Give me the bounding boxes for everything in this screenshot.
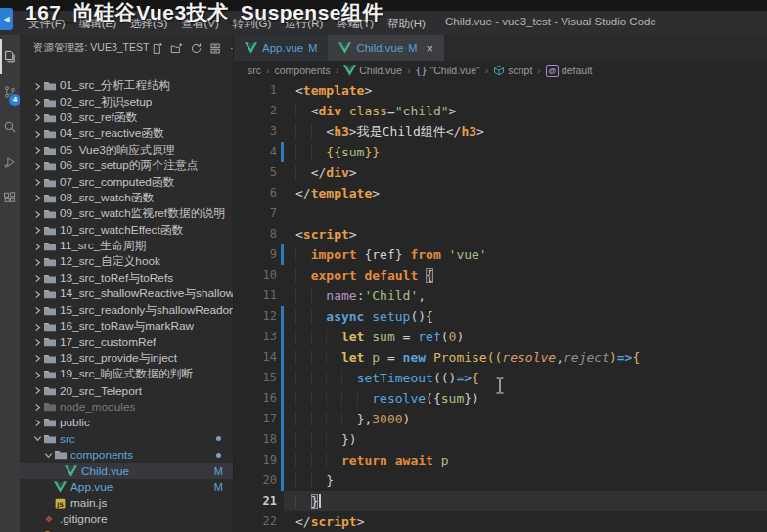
tree-item[interactable]: App.vueM: [20, 479, 233, 495]
tree-item[interactable]: node_modules: [20, 399, 233, 415]
tree-item[interactable]: 07_src_computed函数: [20, 174, 233, 190]
code-line-20[interactable]: 20 }: [234, 470, 767, 491]
git-modified-dot: [216, 436, 221, 441]
tree-item-label: 06_src_setup的两个注意点: [60, 158, 199, 174]
tree-item[interactable]: 11_src_生命周期: [20, 239, 233, 254]
tree-item[interactable]: 15_src_readonly与shallowReadonly: [20, 302, 233, 318]
line-number: 12: [234, 306, 277, 327]
code-line-14[interactable]: 14 let p = new Promise((resolve,reject)=…: [234, 347, 767, 368]
line-content: export default {: [284, 265, 767, 286]
collapse-folders-icon[interactable]: [207, 40, 223, 56]
activity-run-and-debug[interactable]: [0, 145, 20, 180]
folder-icon: [43, 256, 60, 268]
tree-item[interactable]: 02_src_初识setup: [20, 94, 233, 110]
tree-item[interactable]: 01_src_分析工程结构: [20, 78, 233, 94]
line-number: 10: [234, 265, 277, 286]
tree-item[interactable]: 19_src_响应式数据的判断: [20, 367, 233, 382]
tree-item[interactable]: src: [20, 431, 233, 447]
code-line-3[interactable]: 3 <h3>我是Child组件</h3>: [234, 121, 767, 142]
activity-source-control[interactable]: 4: [0, 74, 20, 110]
tab-child-vue[interactable]: Child.vueM×: [328, 35, 444, 61]
close-tab-icon[interactable]: ×: [427, 42, 434, 55]
line-number: 16: [234, 388, 277, 409]
folder-icon: [43, 128, 60, 140]
line-number: 9: [234, 244, 277, 265]
line-number: 21: [234, 491, 277, 511]
tab-app-vue[interactable]: App.vueM: [234, 35, 328, 61]
code-line-7[interactable]: 7: [234, 203, 767, 224]
tree-item[interactable]: .gitignore: [20, 511, 233, 527]
video-overlay-title: 167_尚硅谷Vue3技术_Suspense组件: [25, 0, 384, 26]
chevron-right-icon: [31, 146, 43, 155]
vue-icon: [343, 65, 356, 76]
tree-item-label: App.vue: [70, 480, 113, 494]
breadcrumb-item[interactable]: components: [275, 65, 331, 76]
code-line-9[interactable]: 9 import {ref} from 'vue': [234, 244, 767, 265]
activity-search[interactable]: [0, 110, 20, 145]
code-line-12[interactable]: 12 async setup(){: [234, 306, 767, 327]
tree-item[interactable]: 12_src_自定义hook: [20, 254, 233, 270]
line-content: resolve({sum}): [284, 388, 767, 409]
new-file-icon[interactable]: [149, 40, 164, 56]
code-line-6[interactable]: 6</template>: [234, 183, 767, 203]
folder-icon: [43, 369, 60, 380]
code-line-2[interactable]: 2 <div class="child">: [234, 101, 767, 121]
gitignore-file-icon: [43, 513, 60, 525]
tree-item[interactable]: JSmain.js: [20, 495, 233, 510]
new-folder-icon[interactable]: [168, 40, 184, 56]
tree-item[interactable]: 09_src_watch监视ref数据的说明: [20, 206, 233, 222]
line-content: async setup(){: [284, 306, 767, 327]
breadcrumb-label: components: [275, 65, 331, 76]
code-line-13[interactable]: 13 let sum = ref(0): [234, 327, 767, 347]
line-number: 19: [234, 450, 277, 470]
folder-icon: [43, 160, 60, 172]
tree-item[interactable]: 08_src_watch函数: [20, 191, 233, 206]
breadcrumb-item[interactable]: {}"Child.vue": [415, 65, 479, 76]
folder-icon: [43, 385, 60, 397]
code-line-5[interactable]: 5 </div>: [234, 162, 767, 183]
breadcrumb-separator: ›: [485, 65, 489, 76]
tree-item[interactable]: 17_src_customRef: [20, 334, 233, 350]
code-line-1[interactable]: 1<template>: [234, 80, 767, 101]
tree-item[interactable]: 13_src_toRef与toRefs: [20, 271, 233, 287]
tree-item[interactable]: components: [20, 447, 233, 463]
tree-item[interactable]: 05_Vue3的响应式原理: [20, 143, 233, 158]
folder-icon: [43, 177, 60, 189]
breadcrumb-item[interactable]: @default: [546, 65, 593, 77]
code-line-21[interactable]: 21 }: [234, 491, 767, 511]
code-line-11[interactable]: 11 name:'Child',: [234, 286, 767, 306]
chevron-right-icon: [31, 210, 43, 219]
code-line-22[interactable]: 22</script>: [234, 511, 767, 532]
code-line-17[interactable]: 17 },3000): [234, 409, 767, 429]
breadcrumb-item[interactable]: src: [248, 65, 261, 76]
line-content: }: [284, 470, 767, 491]
code-line-8[interactable]: 8<script>: [234, 224, 767, 244]
activity-extensions[interactable]: [0, 180, 20, 215]
breadcrumb-item[interactable]: Child.vue: [343, 65, 402, 76]
tree-item[interactable]: 10_src_watchEffect函数: [20, 223, 233, 239]
code-line-10[interactable]: 10 export default {: [234, 265, 767, 286]
window-title: Child.vue - vue3_test - Visual Studio Co…: [445, 16, 656, 27]
tree-item[interactable]: 06_src_setup的两个注意点: [20, 158, 233, 174]
breadcrumb-label: src: [248, 65, 261, 76]
tree-item[interactable]: [20, 527, 233, 532]
code-line-19[interactable]: 19 return await p: [234, 450, 767, 470]
tree-item[interactable]: 16_src_toRaw与markRaw: [20, 319, 233, 334]
tree-item[interactable]: public: [20, 415, 233, 430]
more-actions-button[interactable]: ···: [227, 40, 234, 56]
line-number: 14: [234, 347, 277, 368]
tree-item[interactable]: 03_src_ref函数: [20, 111, 233, 126]
tree-item[interactable]: 18_src_provide与inject: [20, 351, 233, 367]
tree-item[interactable]: 14_src_shallowReactive与shallowRef: [20, 287, 233, 302]
line-content: </script>: [284, 511, 767, 532]
code-line-4[interactable]: 4 {{sum}}: [234, 142, 767, 162]
activity-explorer[interactable]: [0, 39, 20, 74]
tree-item[interactable]: Child.vueM: [20, 463, 233, 478]
chevron-right-icon: [31, 258, 43, 267]
breadcrumb-item[interactable]: script: [493, 65, 532, 76]
refresh-explorer-icon[interactable]: [188, 40, 203, 56]
tree-item[interactable]: 04_src_reactive函数: [20, 126, 233, 142]
tree-item[interactable]: 20_src_Teleport: [20, 382, 233, 398]
code-line-18[interactable]: 18 }): [234, 429, 767, 450]
menu-item[interactable]: 帮助(H): [381, 15, 432, 33]
